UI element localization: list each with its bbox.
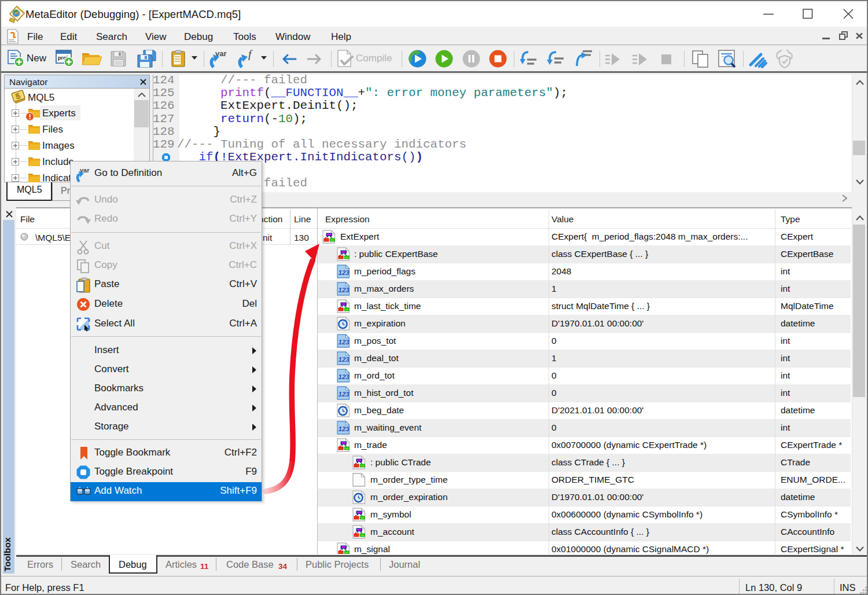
svg-text:123: 123: [339, 373, 350, 380]
svg-text:123: 123: [339, 356, 350, 363]
svg-text:f: f: [248, 49, 253, 60]
svg-text:123: 123: [339, 287, 350, 293]
svg-text:123: 123: [339, 339, 350, 346]
svg-text:123: 123: [339, 425, 350, 432]
svg-text:123: 123: [339, 391, 350, 398]
svg-text:123: 123: [339, 269, 350, 276]
